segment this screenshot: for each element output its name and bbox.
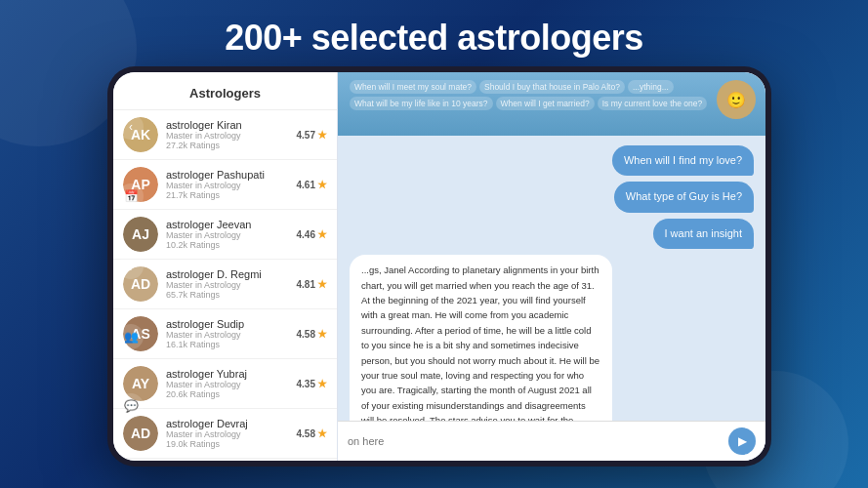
rating-value: 4.61: [297, 180, 315, 190]
astrologer-sub: Master in Astrology: [166, 280, 289, 290]
rating-star-icon: ★: [317, 378, 327, 390]
chat-input-bar: ▶: [338, 421, 765, 461]
nav-back-icon[interactable]: ‹: [118, 114, 144, 140]
tablet-screen: Astrologers AK astrologer Kiran Master i…: [113, 72, 765, 461]
astrologer-info: astrologer Devraj Master in Astrology 19…: [166, 418, 289, 449]
chat-panel: When will I meet my soul mate?Should I b…: [338, 72, 765, 461]
rating-value: 4.81: [297, 279, 315, 290]
astrologer-ratings: 10.2k Ratings: [166, 240, 289, 250]
rating-star-icon: ★: [317, 179, 327, 191]
nav-calendar-icon[interactable]: 📅: [118, 183, 144, 209]
chat-header: When will I meet my soul mate?Should I b…: [338, 72, 765, 136]
nav-users-icon[interactable]: 👥: [118, 324, 144, 349]
rating-value: 4.58: [297, 329, 315, 340]
chat-astrologer-avatar: 🙂: [717, 80, 756, 119]
astrologer-rating: 4.46 ★: [297, 228, 327, 241]
rating-star-icon: ★: [317, 228, 327, 241]
chat-input[interactable]: [348, 435, 721, 447]
rating-value: 4.57: [297, 130, 315, 141]
astrologer-name: astrologer D. Regmi: [166, 268, 289, 280]
astrologer-info: astrologer Sudip Master in Astrology 16.…: [166, 318, 289, 349]
astrologer-sub: Master in Astrology: [166, 181, 289, 190]
astrologer-sub: Master in Astrology: [166, 380, 289, 389]
chat-bg-question: ...ything...: [628, 80, 674, 94]
user-message-3: I want an insight: [653, 219, 755, 249]
left-nav: ‹ 📅 ? 👥 💬: [113, 72, 148, 461]
astrologer-name: astrologer Sudip: [166, 318, 289, 330]
astrologer-sub: Master in Astrology: [166, 429, 289, 439]
astrologer-sub: Master in Astrology: [166, 131, 289, 141]
send-button[interactable]: ▶: [728, 427, 756, 455]
rating-star-icon: ★: [317, 129, 327, 142]
astrologer-info: astrologer Yubraj Master in Astrology 20…: [166, 368, 289, 399]
rating-star-icon: ★: [317, 328, 327, 341]
astrologer-ratings: 20.6k Ratings: [166, 389, 289, 399]
rating-value: 4.58: [297, 428, 315, 439]
chat-bg-question: When will I meet my soul mate?: [350, 80, 476, 94]
astrologer-rating: 4.35 ★: [297, 378, 327, 390]
user-message-2: What type of Guy is He?: [614, 182, 754, 212]
astrologer-rating: 4.57 ★: [297, 129, 327, 142]
astrologer-ratings: 65.7k Ratings: [166, 290, 289, 300]
astrologer-sub: Master in Astrology: [166, 230, 289, 240]
astrologer-rating: 4.58 ★: [297, 328, 327, 341]
chat-bg-questions: When will I meet my soul mate?Should I b…: [350, 80, 754, 110]
tablet-device: Astrologers AK astrologer Kiran Master i…: [107, 66, 771, 467]
astrologer-sub: Master in Astrology: [166, 330, 289, 340]
astrologer-name: astrologer Devraj: [166, 418, 289, 429]
astrologer-name: astrologer Kiran: [166, 119, 289, 131]
chat-bg-question: When will I get married?: [496, 97, 595, 110]
rating-star-icon: ★: [317, 427, 327, 440]
astrologer-rating: 4.81 ★: [297, 278, 327, 291]
nav-chat-icon[interactable]: 💬: [118, 393, 144, 419]
nav-help-icon[interactable]: ?: [118, 254, 144, 279]
chat-bg-question: What will be my life like in 10 years?: [350, 97, 493, 110]
astrologer-info: astrologer D. Regmi Master in Astrology …: [166, 268, 289, 300]
astrologer-ratings: 21.7k Ratings: [166, 190, 289, 200]
astrologer-name: astrologer Jeevan: [166, 219, 289, 230]
astrologer-response: ...gs, Janel According to planetary alig…: [350, 255, 612, 421]
astrologer-ratings: 27.2k Ratings: [166, 141, 289, 150]
astrologer-ratings: 16.1k Ratings: [166, 340, 289, 349]
astrologer-info: astrologer Jeevan Master in Astrology 10…: [166, 219, 289, 250]
rating-value: 4.46: [297, 229, 315, 240]
astrologer-rating: 4.61 ★: [297, 179, 327, 191]
header-title: 200+ selected astrologers: [0, 18, 868, 59]
rating-value: 4.35: [297, 379, 315, 389]
astrologer-name: astrologer Yubraj: [166, 368, 289, 380]
astrologer-name: astrologer Pashupati: [166, 169, 289, 181]
astrologer-info: astrologer Kiran Master in Astrology 27.…: [166, 119, 289, 150]
chat-bg-question: Is my current love the one?: [598, 97, 708, 110]
chat-messages: When will I find my love? What type of G…: [338, 136, 765, 421]
user-message-1: When will I find my love?: [612, 145, 754, 176]
astrologer-info: astrologer Pashupati Master in Astrology…: [166, 169, 289, 200]
chat-bg-question: Should I buy that house in Palo Alto?: [479, 80, 625, 94]
rating-star-icon: ★: [317, 278, 327, 291]
astrologer-rating: 4.58 ★: [297, 427, 327, 440]
astrologer-ratings: 19.0k Ratings: [166, 439, 289, 449]
sidebar-title: Astrologers: [189, 86, 261, 101]
